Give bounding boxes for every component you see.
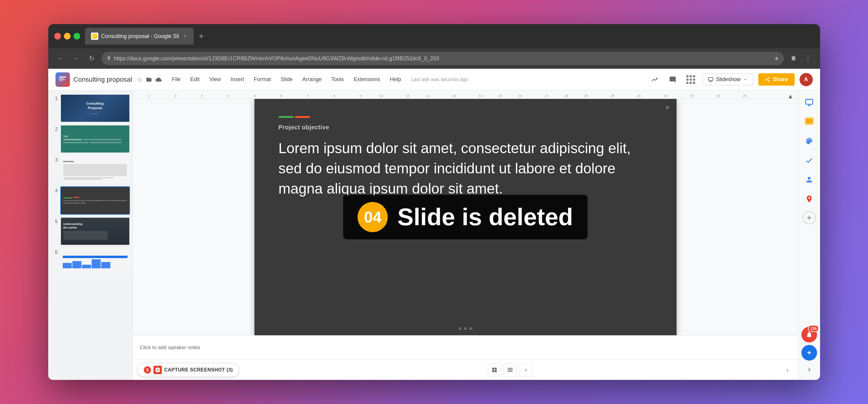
grid-view-btn[interactable] [488, 363, 501, 377]
svg-rect-1 [93, 35, 96, 36]
slide-thumb-img-6[interactable] [60, 248, 130, 276]
slide-thumbnail-5[interactable]: 5 Understandingthe market [48, 216, 132, 247]
close-button[interactable] [54, 33, 61, 39]
svg-rect-13 [806, 99, 812, 104]
collapse-panel-btn[interactable]: ‹ [519, 363, 532, 377]
more-button[interactable]: ⋮ [802, 53, 814, 64]
slide-nav-right[interactable]: › [803, 363, 815, 375]
menu-insert[interactable]: Insert [226, 74, 248, 85]
svg-rect-5 [59, 76, 66, 77]
slide-body-text[interactable]: Lorem ipsum dolor sit amet, consectetur … [279, 138, 652, 199]
slide-section-label: Project objective [279, 124, 652, 131]
slide-num-2: 2 [51, 125, 58, 132]
bookmark-button[interactable] [787, 53, 800, 64]
menu-slide[interactable]: Slide [276, 74, 297, 85]
slide-thumb-content-3: Overview [61, 156, 129, 183]
last-saved-label: Last edit was seconds ago [411, 77, 468, 82]
slide-num-3: 3 [51, 156, 58, 163]
menu-extensions[interactable]: Extensions [349, 74, 384, 85]
back-button[interactable]: ← [54, 53, 66, 64]
menu-edit[interactable]: Edit [186, 74, 204, 85]
menu-tools[interactable]: Tools [327, 74, 348, 85]
svg-rect-3 [93, 37, 96, 37]
reload-button[interactable]: ↻ [86, 53, 98, 64]
speaker-notes-label: Click to add speaker notes [140, 345, 200, 351]
comment-icon-btn[interactable] [666, 73, 679, 86]
svg-rect-12 [508, 371, 513, 372]
menu-view[interactable]: View [205, 74, 225, 85]
slide-num-4: 4 [51, 186, 58, 193]
slide-thumb-img-2[interactable]: TOC [60, 125, 130, 153]
slide-thumb-img-3[interactable]: Overview [60, 156, 130, 184]
app-area: Consulting proposal ☆ File Edit View Ins… [48, 69, 820, 380]
trending-icon-btn[interactable] [648, 73, 661, 86]
sidebar-palette-icon[interactable] [802, 134, 816, 148]
app-title: Consulting proposal [73, 76, 132, 84]
toast-message: Slide is deleted [397, 203, 573, 231]
main-content: 1 Consulting Proposal ▲▲▲ 2 [48, 90, 820, 380]
notifications-button[interactable]: 126 [801, 327, 817, 342]
slide-thumb-content-1: Consulting Proposal ▲▲▲ [61, 95, 129, 122]
thumbnail-panel: 1 Consulting Proposal ▲▲▲ 2 [48, 90, 133, 380]
slide-dot-1 [459, 327, 462, 330]
scroll-right-btn[interactable]: › [781, 364, 794, 376]
share-button[interactable]: Share [758, 73, 795, 86]
minimize-button[interactable] [64, 33, 70, 39]
ruler-numbers: 1 2 3 4 5 6 7 8 9 10 11 12 13 14 [135, 90, 796, 99]
color-bar-green [279, 116, 293, 118]
google-apps-icon-btn[interactable] [684, 73, 698, 86]
add-float-btn[interactable]: + [801, 345, 817, 361]
color-bar-orange [295, 116, 310, 118]
slideshow-button[interactable]: Slideshow [702, 73, 753, 85]
maximize-button[interactable] [73, 33, 80, 39]
list-view-btn[interactable] [503, 363, 517, 377]
user-avatar[interactable]: A [800, 73, 813, 86]
star-icon[interactable]: ☆ [137, 76, 142, 83]
slide-thumb-img-5[interactable]: Understandingthe market [60, 217, 130, 245]
folder-icon[interactable] [146, 76, 152, 83]
menu-format[interactable]: Format [250, 74, 275, 85]
bottom-toolbar: 3 CAPTURE SCREENSHOT (3) ‹ [133, 360, 798, 380]
sidebar-tasks-icon[interactable] [802, 153, 816, 167]
toast-notification: 04 Slide is deleted [343, 195, 587, 239]
svg-rect-10 [508, 368, 513, 369]
new-tab-button[interactable]: + [196, 31, 207, 41]
sidebar-add-button[interactable]: + [803, 211, 816, 224]
menu-file[interactable]: File [167, 74, 185, 85]
app-logo [56, 72, 70, 87]
active-tab[interactable]: Consulting proposal - Google Sli × [85, 28, 193, 44]
address-bar[interactable]: https://docs.google.com/presentation/d/1… [101, 52, 784, 65]
panel-collapse-chevron[interactable]: ▲ [787, 93, 794, 99]
slide-bottom-dots [459, 327, 472, 330]
sidebar-maps-icon[interactable] [802, 192, 816, 206]
slide-thumbnail-3[interactable]: 3 Overview [48, 154, 132, 185]
menu-help[interactable]: Help [385, 74, 405, 85]
slide-thumb-img-1[interactable]: Consulting Proposal ▲▲▲ [60, 94, 130, 122]
svg-rect-8 [59, 81, 63, 81]
slide-thumbnail-6[interactable]: 6 [48, 247, 132, 277]
url-display: https://docs.google.com/presentation/d/1… [114, 56, 772, 62]
tab-bar: Consulting proposal - Google Sli × + [85, 28, 814, 44]
speaker-notes-area[interactable]: Click to add speaker notes [133, 335, 798, 360]
tab-close-icon[interactable]: × [182, 33, 188, 39]
sidebar-notes-icon[interactable] [802, 115, 816, 129]
slide-thumbnail-2[interactable]: 2 TOC [48, 124, 132, 154]
scroll-controls: › [781, 364, 794, 376]
menu-arrange[interactable]: Arrange [298, 74, 326, 85]
forward-button[interactable]: → [70, 53, 82, 64]
svg-rect-9 [709, 77, 713, 81]
slide-thumbnail-1[interactable]: 1 Consulting Proposal ▲▲▲ [48, 93, 132, 124]
sidebar-slides-icon[interactable] [802, 95, 816, 110]
sidebar-people-icon[interactable] [802, 173, 816, 187]
notification-count-badge: 126 [808, 325, 819, 332]
slide-menu-dots[interactable]: ≡ [666, 104, 669, 111]
slide-thumb-img-4[interactable]: Lorem ipsum dolor sit amet, consectetur … [60, 186, 130, 215]
capture-screenshot-button[interactable]: 3 CAPTURE SCREENSHOT (3) [137, 363, 239, 377]
slide-thumbnail-4[interactable]: 4 Lorem ipsum dolor sit amet, consectetu… [48, 185, 132, 216]
slide-num-5: 5 [51, 217, 58, 224]
slide-thumb-content-4: Lorem ipsum dolor sit amet, consectetur … [61, 187, 129, 214]
slide-editor-wrapper: 1 2 3 4 5 6 7 8 9 10 11 12 13 14 [133, 90, 798, 380]
cloud-icon[interactable] [156, 76, 162, 83]
tab-title: Consulting proposal - Google Sli [101, 33, 179, 39]
slide-dot-2 [464, 327, 467, 330]
